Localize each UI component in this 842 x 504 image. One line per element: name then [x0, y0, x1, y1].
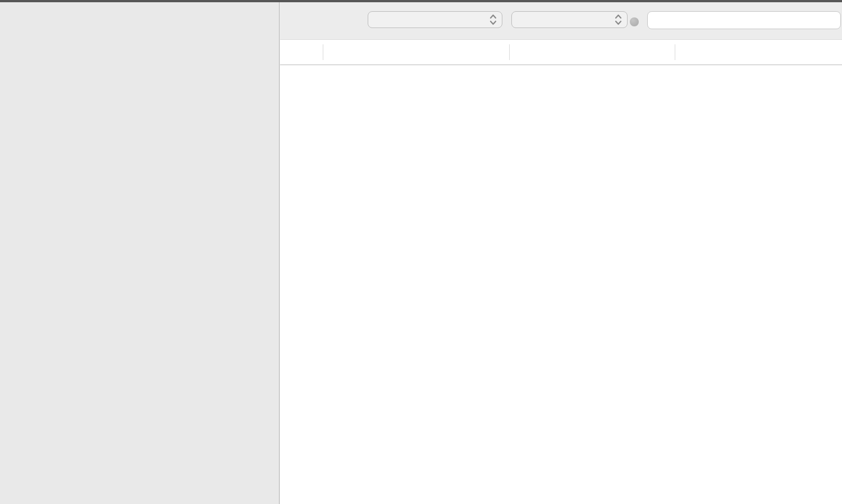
- gray-dot-icon: [630, 17, 639, 26]
- filter-toolbar: [280, 2, 842, 39]
- search-input[interactable]: [647, 11, 841, 29]
- sidebar: [0, 2, 280, 504]
- column-divider[interactable]: [509, 44, 510, 60]
- column-header-id[interactable]: [280, 40, 323, 65]
- search-operator-dropdown[interactable]: [511, 11, 628, 28]
- up-down-chevrons-icon: [489, 13, 497, 26]
- content-area: [280, 2, 842, 504]
- column-header-created-at[interactable]: [509, 40, 675, 65]
- search-field-dropdown[interactable]: [368, 11, 502, 28]
- column-divider[interactable]: [675, 44, 675, 60]
- app-window: [0, 0, 842, 504]
- column-divider[interactable]: [323, 44, 323, 60]
- column-header-title[interactable]: [323, 40, 509, 65]
- up-down-chevrons-icon: [614, 13, 623, 26]
- column-header-updated-at[interactable]: [675, 40, 842, 65]
- table-header-row: [280, 39, 842, 65]
